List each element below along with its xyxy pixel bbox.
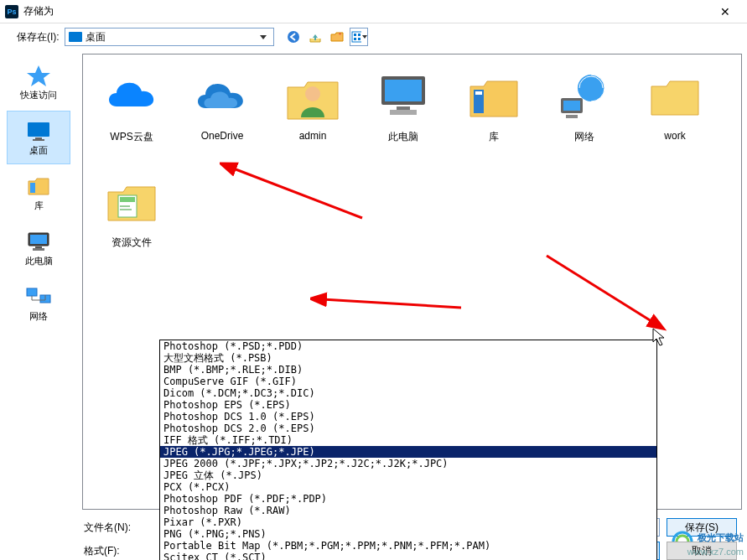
svg-rect-15	[33, 248, 44, 251]
libraries-icon	[464, 70, 524, 123]
photoshop-icon: Ps	[5, 5, 18, 18]
back-button[interactable]	[284, 28, 303, 46]
format-option[interactable]: CompuServe GIF (*.GIF)	[160, 376, 656, 387]
watermark-logo-icon	[670, 530, 695, 547]
file-item-work[interactable]: work	[633, 63, 717, 162]
svg-rect-6	[358, 38, 361, 40]
format-option[interactable]: BMP (*.BMP;*.RLE;*.DIB)	[160, 364, 656, 376]
svg-rect-9	[35, 137, 42, 139]
svg-rect-28	[566, 115, 578, 118]
svg-text:*: *	[339, 31, 341, 39]
svg-rect-21	[397, 106, 410, 110]
place-desktop[interactable]: 桌面	[7, 111, 70, 164]
place-quickaccess[interactable]: 快速访问	[7, 55, 70, 109]
filename-label: 文件名(N):	[82, 521, 156, 535]
svg-rect-3	[354, 34, 356, 36]
format-option[interactable]: Pixar (*.PXR)	[160, 516, 656, 528]
dialog-title: 存储为	[23, 4, 708, 18]
format-option[interactable]: Scitex CT (*.SCT)	[160, 552, 656, 560]
svg-rect-30	[120, 197, 135, 202]
format-option[interactable]: Portable Bit Map (*.PBM;*.PGM;*.PPM;*.PN…	[160, 540, 656, 552]
file-label: 资源文件	[112, 236, 152, 250]
format-label: 格式(F):	[82, 544, 156, 558]
svg-rect-13	[30, 235, 47, 244]
format-option[interactable]: Photoshop Raw (*.RAW)	[160, 505, 656, 516]
svg-rect-4	[358, 34, 361, 36]
svg-rect-16	[27, 288, 37, 296]
new-folder-button[interactable]: *	[328, 28, 346, 46]
lookin-value: 桌面	[86, 30, 106, 44]
place-libraries[interactable]: 库	[7, 166, 70, 220]
svg-rect-27	[563, 101, 580, 111]
place-label: 快速访问	[20, 89, 57, 101]
svg-rect-20	[385, 80, 422, 101]
watermark: 极光下载站 www.xz7.com	[670, 530, 744, 557]
place-label: 此电脑	[25, 255, 53, 267]
place-thispc[interactable]: 此电脑	[7, 221, 70, 275]
titlebar: Ps 存储为 ✕	[0, 0, 747, 23]
place-network[interactable]: 网络	[7, 277, 70, 330]
file-label: work	[664, 130, 685, 142]
format-option[interactable]: Photoshop DCS 1.0 (*.EPS)	[160, 411, 656, 423]
svg-rect-24	[475, 91, 482, 95]
lookin-select[interactable]: 桌面	[65, 28, 274, 46]
format-dropdown[interactable]: Photoshop (*.PSD;*.PDD)大型文档格式 (*.PSB)BMP…	[159, 340, 657, 560]
views-button[interactable]	[350, 28, 368, 46]
svg-rect-31	[120, 205, 130, 207]
format-option[interactable]: Photoshop DCS 2.0 (*.EPS)	[160, 423, 656, 434]
network-icon	[554, 70, 615, 123]
svg-point-0	[288, 31, 299, 43]
place-label: 网络	[29, 310, 48, 323]
file-label: OneDrive	[201, 130, 244, 142]
file-item-resources[interactable]: 资源文件	[90, 169, 174, 267]
places-bar: 快速访问 桌面 库 此电脑 网络	[0, 50, 77, 560]
chevron-down-icon	[257, 29, 270, 45]
format-option[interactable]: JPEG 立体 (*.JPS)	[160, 469, 656, 481]
svg-rect-14	[35, 246, 42, 248]
format-option[interactable]: JPEG 2000 (*.JPF;*.JPX;*.JP2;*.J2C;*.J2K…	[160, 458, 656, 469]
user-folder-icon	[283, 67, 343, 126]
svg-rect-5	[354, 38, 356, 40]
desktop-icon	[69, 32, 82, 42]
format-option[interactable]: Photoshop EPS (*.EPS)	[160, 399, 656, 411]
format-option[interactable]: PNG (*.PNG;*.PNS)	[160, 528, 656, 540]
file-label: 库	[489, 130, 499, 144]
svg-rect-2	[352, 32, 362, 42]
file-label: 网络	[574, 130, 594, 144]
computer-icon	[373, 70, 433, 123]
place-label: 桌面	[29, 144, 48, 157]
place-label: 库	[34, 200, 44, 212]
onedrive-icon	[192, 73, 252, 120]
file-item-admin[interactable]: admin	[271, 63, 355, 162]
lookin-label: 保存在(I):	[17, 30, 60, 44]
svg-rect-10	[33, 139, 44, 141]
folder-docs-icon	[101, 175, 162, 229]
format-option[interactable]: Photoshop PDF (*.PDF;*.PDP)	[160, 493, 656, 505]
folder-icon	[645, 70, 705, 123]
file-label: 此电脑	[388, 130, 418, 144]
format-option[interactable]: PCX (*.PCX)	[160, 481, 656, 493]
file-item-thispc[interactable]: 此电脑	[361, 63, 445, 162]
file-item-libraries[interactable]: 库	[452, 63, 536, 162]
format-option[interactable]: 大型文档格式 (*.PSB)	[160, 352, 656, 364]
svg-rect-22	[390, 110, 417, 115]
watermark-url: www.xz7.com	[687, 547, 744, 557]
file-label: WPS云盘	[110, 130, 153, 144]
file-label: admin	[299, 130, 327, 142]
svg-rect-8	[28, 122, 49, 137]
format-option[interactable]: Photoshop (*.PSD;*.PDD)	[160, 340, 656, 352]
svg-rect-11	[30, 183, 35, 193]
file-item-onedrive[interactable]: OneDrive	[180, 63, 264, 162]
svg-marker-7	[27, 65, 50, 86]
toolbar: 保存在(I): 桌面 *	[0, 23, 747, 50]
file-item-network[interactable]: 网络	[542, 63, 626, 162]
cloud-icon	[101, 73, 162, 120]
svg-point-18	[305, 86, 320, 101]
watermark-text: 极光下载站	[698, 532, 744, 542]
format-option[interactable]: JPEG (*.JPG;*.JPEG;*.JPE)	[160, 446, 656, 458]
up-button[interactable]	[306, 28, 324, 46]
file-item-wpscloud[interactable]: WPS云盘	[90, 63, 174, 162]
close-button[interactable]: ✕	[708, 1, 742, 23]
format-option[interactable]: Dicom (*.DCM;*.DC3;*.DIC)	[160, 387, 656, 399]
format-option[interactable]: IFF 格式 (*.IFF;*.TDI)	[160, 434, 656, 446]
